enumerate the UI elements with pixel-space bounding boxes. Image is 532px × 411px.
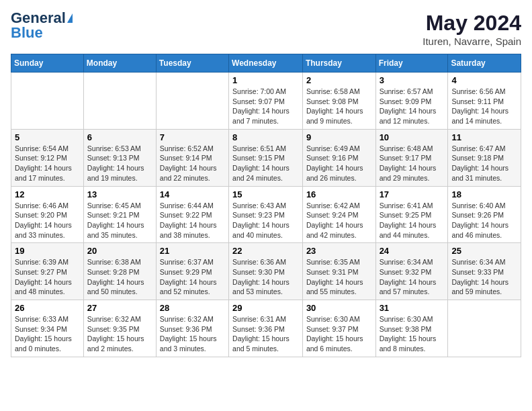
day-number: 27 [87, 303, 152, 313]
calendar-cell: 24Sunrise: 6:34 AM Sunset: 9:32 PM Dayli… [375, 243, 448, 300]
calendar-cell: 1Sunrise: 7:00 AM Sunset: 9:07 PM Daylig… [229, 73, 303, 130]
day-info: Sunrise: 6:37 AM Sunset: 9:29 PM Dayligh… [160, 257, 225, 297]
calendar-table: Sunday Monday Tuesday Wednesday Thursday… [11, 54, 521, 357]
day-number: 3 [380, 75, 445, 85]
calendar-cell [156, 73, 228, 130]
day-info: Sunrise: 6:45 AM Sunset: 9:21 PM Dayligh… [87, 201, 152, 240]
calendar-week-row: 26Sunrise: 6:33 AM Sunset: 9:34 PM Dayli… [11, 300, 521, 357]
calendar-cell: 30Sunrise: 6:30 AM Sunset: 9:37 PM Dayli… [302, 300, 375, 357]
day-number: 25 [451, 246, 517, 256]
calendar-cell [83, 73, 156, 130]
day-info: Sunrise: 6:57 AM Sunset: 9:09 PM Dayligh… [380, 87, 445, 126]
calendar-cell: 18Sunrise: 6:40 AM Sunset: 9:26 PM Dayli… [448, 186, 521, 243]
calendar-cell: 19Sunrise: 6:39 AM Sunset: 9:27 PM Dayli… [11, 243, 84, 300]
calendar-subtitle: Ituren, Navarre, Spain [423, 36, 521, 47]
day-info: Sunrise: 6:51 AM Sunset: 9:15 PM Dayligh… [232, 144, 299, 183]
calendar-cell: 17Sunrise: 6:41 AM Sunset: 9:25 PM Dayli… [375, 186, 448, 243]
calendar-cell: 4Sunrise: 6:56 AM Sunset: 9:11 PM Daylig… [448, 73, 521, 130]
day-number: 9 [306, 132, 372, 142]
calendar-cell: 8Sunrise: 6:51 AM Sunset: 9:15 PM Daylig… [229, 129, 303, 186]
day-number: 22 [232, 246, 299, 256]
day-info: Sunrise: 6:30 AM Sunset: 9:38 PM Dayligh… [380, 314, 445, 354]
calendar-cell: 10Sunrise: 6:48 AM Sunset: 9:17 PM Dayli… [375, 129, 448, 186]
day-number: 29 [232, 303, 299, 313]
calendar-cell [448, 300, 521, 357]
calendar-cell: 29Sunrise: 6:31 AM Sunset: 9:36 PM Dayli… [229, 300, 303, 357]
day-info: Sunrise: 6:58 AM Sunset: 9:08 PM Dayligh… [306, 87, 372, 126]
header-wednesday: Wednesday [229, 54, 303, 73]
calendar-cell: 14Sunrise: 6:44 AM Sunset: 9:22 PM Dayli… [156, 186, 228, 243]
day-number: 21 [160, 246, 225, 256]
header-sunday: Sunday [11, 54, 84, 73]
day-info: Sunrise: 6:31 AM Sunset: 9:36 PM Dayligh… [232, 314, 299, 354]
calendar-cell: 22Sunrise: 6:36 AM Sunset: 9:30 PM Dayli… [229, 243, 303, 300]
calendar-cell: 31Sunrise: 6:30 AM Sunset: 9:38 PM Dayli… [375, 300, 448, 357]
logo: General Blue [11, 11, 73, 40]
day-info: Sunrise: 6:34 AM Sunset: 9:32 PM Dayligh… [380, 257, 445, 297]
day-number: 28 [160, 303, 225, 313]
calendar-cell: 28Sunrise: 6:32 AM Sunset: 9:36 PM Dayli… [156, 300, 228, 357]
day-number: 16 [306, 189, 372, 199]
calendar-cell: 23Sunrise: 6:35 AM Sunset: 9:31 PM Dayli… [302, 243, 375, 300]
calendar-cell: 12Sunrise: 6:46 AM Sunset: 9:20 PM Dayli… [11, 186, 84, 243]
calendar-week-row: 1Sunrise: 7:00 AM Sunset: 9:07 PM Daylig… [11, 73, 521, 130]
calendar-cell: 16Sunrise: 6:42 AM Sunset: 9:24 PM Dayli… [302, 186, 375, 243]
calendar-cell: 3Sunrise: 6:57 AM Sunset: 9:09 PM Daylig… [375, 73, 448, 130]
day-number: 14 [160, 189, 225, 199]
day-number: 31 [380, 303, 445, 313]
header-monday: Monday [83, 54, 156, 73]
day-info: Sunrise: 7:00 AM Sunset: 9:07 PM Dayligh… [232, 87, 299, 126]
day-info: Sunrise: 6:54 AM Sunset: 9:12 PM Dayligh… [15, 144, 80, 183]
calendar-cell: 9Sunrise: 6:49 AM Sunset: 9:16 PM Daylig… [302, 129, 375, 186]
day-number: 11 [451, 132, 517, 142]
day-number: 1 [232, 75, 299, 85]
day-info: Sunrise: 6:47 AM Sunset: 9:18 PM Dayligh… [451, 144, 517, 183]
title-block: May 2024 Ituren, Navarre, Spain [423, 11, 521, 47]
day-number: 8 [232, 132, 299, 142]
day-number: 4 [451, 75, 517, 85]
day-info: Sunrise: 6:32 AM Sunset: 9:36 PM Dayligh… [160, 314, 225, 354]
day-info: Sunrise: 6:56 AM Sunset: 9:11 PM Dayligh… [451, 87, 517, 126]
day-info: Sunrise: 6:30 AM Sunset: 9:37 PM Dayligh… [306, 314, 372, 354]
day-info: Sunrise: 6:40 AM Sunset: 9:26 PM Dayligh… [451, 201, 517, 240]
day-number: 20 [87, 246, 152, 256]
day-info: Sunrise: 6:46 AM Sunset: 9:20 PM Dayligh… [15, 201, 80, 240]
day-number: 17 [380, 189, 445, 199]
day-info: Sunrise: 6:53 AM Sunset: 9:13 PM Dayligh… [87, 144, 152, 183]
day-info: Sunrise: 6:48 AM Sunset: 9:17 PM Dayligh… [380, 144, 445, 183]
calendar-cell: 27Sunrise: 6:32 AM Sunset: 9:35 PM Dayli… [83, 300, 156, 357]
header-saturday: Saturday [448, 54, 521, 73]
day-info: Sunrise: 6:49 AM Sunset: 9:16 PM Dayligh… [306, 144, 372, 183]
logo-triangle-icon [67, 13, 73, 23]
day-number: 15 [232, 189, 299, 199]
day-info: Sunrise: 6:33 AM Sunset: 9:34 PM Dayligh… [15, 314, 80, 354]
calendar-week-row: 19Sunrise: 6:39 AM Sunset: 9:27 PM Dayli… [11, 243, 521, 300]
day-number: 23 [306, 246, 372, 256]
day-info: Sunrise: 6:39 AM Sunset: 9:27 PM Dayligh… [15, 257, 80, 297]
day-info: Sunrise: 6:44 AM Sunset: 9:22 PM Dayligh… [160, 201, 225, 240]
day-info: Sunrise: 6:41 AM Sunset: 9:25 PM Dayligh… [380, 201, 445, 240]
page-header: General Blue May 2024 Ituren, Navarre, S… [11, 11, 521, 47]
day-info: Sunrise: 6:52 AM Sunset: 9:14 PM Dayligh… [160, 144, 225, 183]
day-info: Sunrise: 6:38 AM Sunset: 9:28 PM Dayligh… [87, 257, 152, 297]
day-info: Sunrise: 6:36 AM Sunset: 9:30 PM Dayligh… [232, 257, 299, 297]
calendar-title: May 2024 [423, 11, 521, 36]
calendar-week-row: 5Sunrise: 6:54 AM Sunset: 9:12 PM Daylig… [11, 129, 521, 186]
day-number: 6 [87, 132, 152, 142]
day-number: 19 [15, 246, 80, 256]
day-number: 24 [380, 246, 445, 256]
calendar-cell: 20Sunrise: 6:38 AM Sunset: 9:28 PM Dayli… [83, 243, 156, 300]
calendar-cell: 21Sunrise: 6:37 AM Sunset: 9:29 PM Dayli… [156, 243, 228, 300]
day-number: 12 [15, 189, 80, 199]
calendar-cell: 13Sunrise: 6:45 AM Sunset: 9:21 PM Dayli… [83, 186, 156, 243]
header-friday: Friday [375, 54, 448, 73]
calendar-week-row: 12Sunrise: 6:46 AM Sunset: 9:20 PM Dayli… [11, 186, 521, 243]
day-number: 7 [160, 132, 225, 142]
day-info: Sunrise: 6:32 AM Sunset: 9:35 PM Dayligh… [87, 314, 152, 354]
calendar-cell: 5Sunrise: 6:54 AM Sunset: 9:12 PM Daylig… [11, 129, 84, 186]
day-number: 10 [380, 132, 445, 142]
logo-general: General [11, 11, 66, 26]
day-info: Sunrise: 6:34 AM Sunset: 9:33 PM Dayligh… [451, 257, 517, 297]
calendar-cell: 6Sunrise: 6:53 AM Sunset: 9:13 PM Daylig… [83, 129, 156, 186]
header-tuesday: Tuesday [156, 54, 228, 73]
